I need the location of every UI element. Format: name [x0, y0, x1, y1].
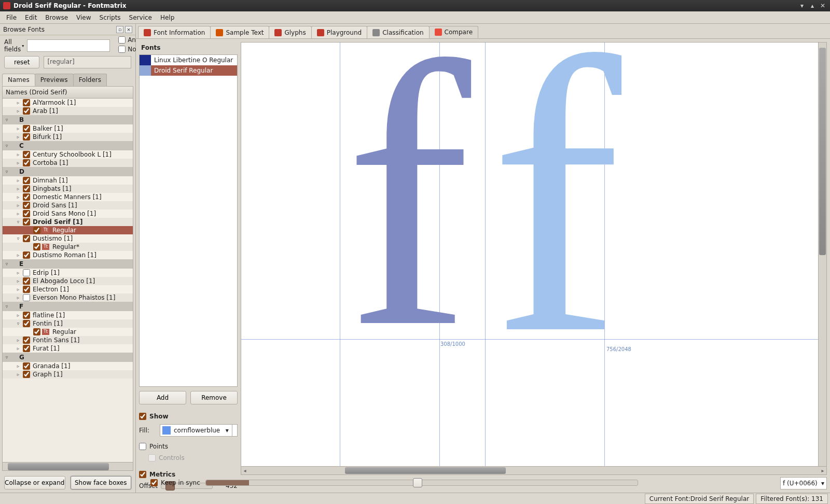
font-enable-checkbox[interactable] — [23, 159, 30, 166]
expand-icon[interactable]: ▹ — [15, 152, 21, 157]
tree-row[interactable]: ▿Fontin [1] — [3, 319, 133, 328]
compare-font-list[interactable]: Linux Libertine O RegularDroid Serif Reg… — [139, 54, 238, 387]
tree-row[interactable]: ▹flatline [1] — [3, 311, 133, 319]
expand-icon[interactable]: ▹ — [15, 100, 21, 105]
font-enable-checkbox[interactable] — [23, 202, 30, 209]
canvas-vscroll[interactable] — [819, 42, 827, 467]
font-enable-checkbox[interactable] — [23, 177, 30, 184]
maximize-button[interactable]: ▴ — [808, 2, 817, 10]
font-enable-checkbox[interactable] — [23, 312, 30, 319]
font-enable-checkbox[interactable] — [23, 218, 30, 226]
menu-file[interactable]: File — [2, 13, 21, 22]
tree-row[interactable]: ▹Fontin Sans [1] — [3, 336, 133, 344]
font-enable-checkbox[interactable] — [23, 371, 30, 378]
expand-icon[interactable]: ▹ — [15, 372, 21, 377]
dock-close-icon[interactable]: × — [125, 26, 132, 33]
expand-icon[interactable]: ▹ — [15, 295, 21, 300]
font-enable-checkbox[interactable] — [33, 243, 40, 250]
compare-font-row[interactable]: Linux Libertine O Regular — [140, 55, 237, 65]
show-checkbox[interactable]: Show — [139, 411, 238, 422]
expand-icon[interactable]: ▹ — [15, 313, 21, 318]
font-enable-checkbox[interactable] — [23, 235, 30, 242]
expand-icon[interactable]: ▿ — [15, 219, 21, 225]
expand-icon[interactable]: ▹ — [15, 253, 21, 258]
search-input[interactable] — [27, 39, 110, 52]
sidetab-previews[interactable]: Previews — [35, 74, 74, 86]
expand-icon[interactable]: ▹ — [15, 203, 21, 208]
expand-icon[interactable]: ▿ — [4, 261, 10, 267]
tree-row[interactable]: ▹Dimnah [1] — [3, 176, 133, 185]
menu-scripts[interactable]: Scripts — [95, 13, 125, 22]
sidetab-folders[interactable]: Folders — [73, 74, 107, 86]
keep-in-sync-checkbox[interactable]: Keep in sync — [150, 479, 200, 486]
font-enable-checkbox[interactable] — [23, 125, 30, 132]
compare-canvas[interactable]: f f 308/1000 756/2048 — [241, 42, 819, 467]
font-enable-checkbox[interactable] — [23, 210, 30, 217]
minimize-button[interactable]: ▾ — [798, 2, 806, 10]
expand-icon[interactable]: ▿ — [4, 117, 10, 122]
expand-icon[interactable]: ▹ — [15, 178, 21, 183]
expand-icon[interactable]: ▹ — [15, 108, 21, 114]
font-enable-checkbox[interactable] — [23, 151, 30, 158]
tree-row[interactable]: ▹Electron [1] — [3, 285, 133, 293]
font-enable-checkbox[interactable] — [23, 337, 30, 344]
expand-icon[interactable]: ▹ — [15, 363, 21, 369]
tree-row[interactable]: ▹Dingbats [1] — [3, 185, 133, 193]
tab-sample-text[interactable]: Sample Text — [210, 26, 269, 38]
tree-row[interactable]: ▹Dustismo Roman [1] — [3, 251, 133, 259]
font-enable-checkbox[interactable] — [23, 294, 30, 301]
font-enable-checkbox[interactable] — [23, 99, 30, 106]
expand-icon[interactable]: ▹ — [15, 211, 21, 216]
expand-icon[interactable]: ▿ — [4, 355, 10, 360]
font-enable-checkbox[interactable] — [23, 320, 30, 327]
glyph-selector[interactable]: f (U+0066) ▾ — [780, 477, 827, 489]
tab-playground[interactable]: Playground — [311, 26, 367, 38]
metrics-checkbox[interactable]: Metrics — [139, 469, 238, 480]
sync-slider[interactable] — [205, 480, 638, 486]
tree-row[interactable]: ▹Century Schoolbook L [1] — [3, 150, 133, 159]
expand-icon[interactable]: ▹ — [15, 270, 21, 275]
tree-row[interactable]: ▿Droid Serif [1] — [3, 218, 133, 226]
font-enable-checkbox[interactable] — [23, 286, 30, 293]
tree-row[interactable]: ▹Cortoba [1] — [3, 159, 133, 167]
menu-service[interactable]: Service — [125, 13, 156, 22]
search-field-selector[interactable]: All fields▾ — [4, 38, 24, 53]
expand-icon[interactable]: ▹ — [15, 346, 21, 351]
font-enable-checkbox[interactable] — [23, 107, 30, 115]
fill-color-dropdown[interactable]: cornflowerblue ▾ — [160, 424, 238, 437]
font-enable-checkbox[interactable] — [23, 345, 30, 352]
tree-row[interactable]: TtRegular* — [3, 243, 133, 251]
tree-row[interactable]: ▹Droid Sans [1] — [3, 201, 133, 209]
expand-icon[interactable]: ▹ — [15, 160, 21, 165]
canvas-hscroll[interactable]: ◂ ▸ — [241, 467, 827, 475]
font-enable-checkbox[interactable] — [23, 269, 30, 276]
font-enable-checkbox[interactable] — [23, 251, 30, 259]
tree-row[interactable]: ▿Dustismo [1] — [3, 234, 133, 243]
reset-button[interactable]: reset — [4, 56, 39, 68]
close-button[interactable]: ✕ — [819, 2, 827, 10]
menu-view[interactable]: View — [72, 13, 95, 22]
points-checkbox[interactable]: Points — [139, 441, 238, 452]
remove-font-button[interactable]: Remove — [190, 391, 238, 404]
tree-row[interactable]: TtRegular — [3, 328, 133, 336]
tab-glyphs[interactable]: Glyphs — [269, 26, 311, 38]
tree-row[interactable]: ▹Arab [1] — [3, 107, 133, 115]
expand-icon[interactable]: ▿ — [15, 236, 21, 241]
compare-font-row[interactable]: Droid Serif Regular — [140, 65, 237, 76]
expand-icon[interactable]: ▿ — [4, 143, 10, 148]
tree-row[interactable]: ▹Granada [1] — [3, 362, 133, 370]
tab-classification[interactable]: Classification — [367, 26, 429, 38]
tree-row[interactable]: ▹Balker [1] — [3, 124, 133, 133]
font-tree[interactable]: ▹AlYarmook [1]▹Arab [1]▿B▹Balker [1]▹Bif… — [3, 99, 133, 462]
font-enable-checkbox[interactable] — [23, 133, 30, 141]
expand-icon[interactable]: ▹ — [15, 287, 21, 292]
expand-icon[interactable]: ▿ — [15, 321, 21, 326]
collapse-expand-button[interactable]: Collapse or expand — [4, 476, 65, 489]
tree-row[interactable]: ▹El Abogado Loco [1] — [3, 277, 133, 285]
tree-row[interactable]: ▹Domestic Manners [1] — [3, 193, 133, 201]
tree-row[interactable]: ▹Bifurk [1] — [3, 133, 133, 141]
tree-row[interactable]: TtRegular — [3, 226, 133, 234]
tree-row[interactable]: ▹AlYarmook [1] — [3, 99, 133, 107]
dock-detach-icon[interactable]: ▫ — [116, 26, 123, 33]
expand-icon[interactable]: ▹ — [15, 278, 21, 284]
